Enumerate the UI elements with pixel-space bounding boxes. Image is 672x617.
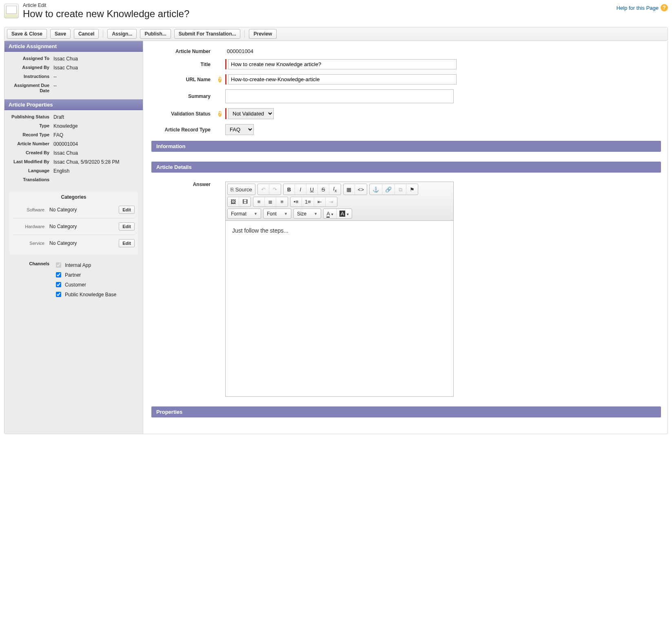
- category-edit-hardware[interactable]: Edit: [119, 222, 135, 231]
- anchor-button[interactable]: ⚓: [370, 184, 382, 195]
- answer-label: Answer: [151, 180, 215, 187]
- anchor-icon: ⚓: [373, 186, 379, 193]
- outdent-button[interactable]: ⇤: [314, 197, 326, 206]
- underline-button[interactable]: U: [306, 184, 318, 195]
- channel-checkbox-partner[interactable]: [56, 272, 61, 277]
- save-close-button[interactable]: Save & Close: [7, 29, 47, 39]
- image-icon: 🖼: [231, 199, 236, 205]
- article-number-label: Article Number: [151, 49, 215, 54]
- publish-button[interactable]: Publish...: [140, 29, 171, 39]
- url-name-label: URL Name: [151, 77, 215, 82]
- validation-status-select[interactable]: Not Validated: [228, 108, 274, 119]
- assigned-to-label: Assigned To: [9, 56, 53, 61]
- content-area: Article Number 000001004 Title URL Name …: [143, 41, 668, 434]
- assignment-header: Article Assignment: [4, 41, 143, 52]
- editor-body[interactable]: Just follow the steps...: [226, 221, 453, 396]
- source-icon: ⎘: [231, 186, 234, 193]
- channel-checkbox-internal: [56, 262, 61, 268]
- strike-button[interactable]: S: [318, 184, 329, 195]
- bullet-list-button[interactable]: •≡: [291, 197, 302, 206]
- sidebar: Article Assignment Assigned To Issac Chu…: [4, 41, 143, 434]
- summary-input[interactable]: [225, 89, 454, 103]
- last-modified-by-label: Last Modified By: [9, 159, 53, 164]
- channel-checkbox-public[interactable]: [56, 292, 61, 297]
- font-select[interactable]: Font▼: [263, 209, 291, 219]
- channel-label-partner: Partner: [65, 272, 81, 278]
- format-select[interactable]: Format▼: [227, 209, 261, 219]
- due-date-value: --: [53, 83, 139, 89]
- type-value: Knowledge: [53, 123, 139, 129]
- code-icon: <>: [358, 186, 364, 193]
- cancel-button[interactable]: Cancel: [74, 29, 99, 39]
- source-button[interactable]: ⎘ Source: [228, 184, 255, 195]
- preview-button[interactable]: Preview: [249, 29, 276, 39]
- align-left-button[interactable]: ≡: [253, 197, 265, 206]
- image-button[interactable]: 🖼: [228, 197, 239, 206]
- link-icon: 🔗: [385, 186, 392, 193]
- category-edit-software[interactable]: Edit: [119, 206, 135, 214]
- page-title: How to create new Knowledge article?: [23, 8, 189, 20]
- record-type-value: FAQ: [53, 132, 139, 138]
- created-by-value: Issac Chua: [53, 150, 139, 156]
- section-properties: Properties: [151, 406, 661, 417]
- categories-box: Categories Software No Category Edit Har…: [9, 191, 138, 255]
- number-list-button[interactable]: 1≡: [302, 197, 314, 206]
- article-record-type-select[interactable]: FAQ: [225, 124, 254, 135]
- categories-title: Categories: [13, 194, 135, 200]
- page-type-label: Article Edit: [23, 2, 189, 8]
- align-center-button[interactable]: ≣: [265, 197, 276, 206]
- editor-toolbar: ⎘ Source ↶ ↷ B I: [226, 182, 453, 221]
- required-indicator: [225, 108, 226, 119]
- unlink-button[interactable]: ⧉: [395, 184, 406, 195]
- table-button[interactable]: ▦: [344, 184, 355, 195]
- save-button[interactable]: Save: [50, 29, 71, 39]
- category-value-hardware: No Category: [49, 224, 119, 229]
- required-indicator: [225, 74, 226, 84]
- assigned-by-label: Assigned By: [9, 65, 53, 70]
- remove-format-button[interactable]: Ix: [329, 184, 341, 195]
- undo-button[interactable]: ↶: [258, 184, 269, 195]
- media-button[interactable]: 🎞: [239, 197, 251, 206]
- link-button[interactable]: 🔗: [382, 184, 395, 195]
- category-edit-service[interactable]: Edit: [119, 239, 135, 247]
- publishing-status-label: Publishing Status: [9, 114, 53, 120]
- channel-label-customer: Customer: [65, 282, 86, 288]
- type-label: Type: [9, 123, 53, 128]
- assign-button[interactable]: Assign...: [107, 29, 137, 39]
- help-icon[interactable]: ?: [218, 77, 221, 82]
- align-left-icon: ≡: [257, 199, 261, 205]
- text-color-button[interactable]: A ▾: [324, 209, 337, 218]
- url-name-input[interactable]: [228, 74, 457, 84]
- bg-color-button[interactable]: A ▾: [337, 209, 352, 218]
- indent-button[interactable]: ⇥: [326, 197, 337, 206]
- bold-button[interactable]: B: [284, 184, 295, 195]
- section-information: Information: [151, 141, 661, 152]
- italic-button[interactable]: I: [295, 184, 306, 195]
- publishing-status-value: Draft: [53, 114, 139, 120]
- title-label: Title: [151, 62, 215, 67]
- code-button[interactable]: <>: [355, 184, 367, 195]
- help-link-label: Help for this Page: [617, 5, 659, 11]
- required-indicator: [225, 59, 226, 69]
- record-type-label: Record Type: [9, 132, 53, 137]
- size-select[interactable]: Size▼: [293, 209, 321, 219]
- section-article-details: Article Details: [151, 162, 661, 173]
- align-right-button[interactable]: ≡: [276, 197, 288, 206]
- redo-button[interactable]: ↷: [269, 184, 281, 195]
- properties-header: Article Properties: [4, 99, 143, 110]
- created-by-label: Created By: [9, 150, 53, 155]
- flag-button[interactable]: ⚑: [406, 184, 418, 195]
- title-input[interactable]: [228, 59, 457, 69]
- category-value-software: No Category: [49, 207, 119, 213]
- toolbar-divider: [103, 30, 103, 38]
- unlink-icon: ⧉: [399, 186, 402, 193]
- page-header: Article Edit How to create new Knowledge…: [4, 2, 668, 20]
- help-link[interactable]: Help for this Page ?: [617, 2, 668, 11]
- translations-label: Translations: [9, 177, 53, 182]
- sidebar-article-number-label: Article Number: [9, 141, 53, 146]
- media-icon: 🎞: [242, 199, 248, 205]
- help-icon[interactable]: ?: [218, 111, 221, 117]
- submit-translation-button[interactable]: Submit For Translation...: [174, 29, 241, 39]
- help-icon: ?: [661, 4, 668, 11]
- channel-checkbox-customer[interactable]: [56, 282, 61, 287]
